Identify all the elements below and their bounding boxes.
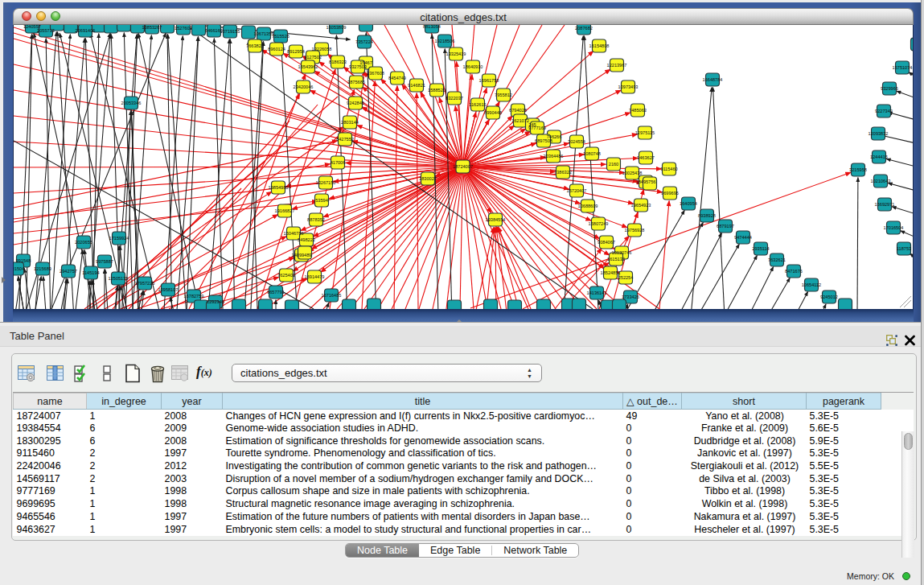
svg-text:2942757: 2942757	[60, 269, 77, 274]
svg-text:8960124: 8960124	[268, 47, 285, 51]
svg-text:19654923: 19654923	[631, 203, 651, 208]
svg-text:1733426: 1733426	[622, 295, 639, 299]
svg-text:10025438: 10025438	[622, 171, 643, 175]
svg-text:9975887: 9975887	[96, 259, 113, 264]
svg-text:3215958: 3215958	[849, 167, 867, 172]
svg-text:7357224: 7357224	[355, 39, 373, 44]
svg-text:9474444: 9474444	[734, 235, 752, 240]
svg-text:2367608: 2367608	[367, 71, 384, 76]
svg-text:8427552: 8427552	[336, 137, 354, 142]
svg-text:7955812: 7955812	[495, 93, 512, 97]
svg-text:8186323: 8186323	[329, 60, 347, 64]
svg-text:8990448: 8990448	[484, 110, 502, 115]
svg-text:18495756: 18495756	[636, 179, 656, 184]
svg-text:252254: 252254	[618, 275, 634, 280]
svg-text:8813054: 8813054	[423, 25, 441, 29]
svg-text:16914479: 16914479	[305, 274, 325, 279]
svg-text:831504: 831504	[14, 266, 24, 271]
svg-text:12505135: 12505135	[109, 276, 129, 281]
svg-text:17159924: 17159924	[109, 236, 129, 241]
svg-text:9329966: 9329966	[881, 86, 898, 91]
svg-text:15720407: 15720407	[567, 188, 587, 193]
svg-text:1640954: 1640954	[680, 201, 697, 206]
svg-text:19218506: 19218506	[435, 39, 455, 43]
svg-text:10853267: 10853267	[142, 25, 162, 30]
svg-text:1162615: 1162615	[469, 102, 486, 107]
svg-text:7625402: 7625402	[277, 273, 295, 278]
svg-text:19854985: 19854985	[269, 185, 289, 190]
svg-text:10210643: 10210643	[871, 179, 891, 183]
svg-text:12975115: 12975115	[635, 130, 655, 135]
svg-text:1145194: 1145194	[82, 270, 99, 275]
svg-text:2087682: 2087682	[575, 26, 593, 31]
svg-text:15692971: 15692971	[875, 202, 895, 207]
svg-text:10120746: 10120746	[612, 250, 632, 255]
svg-text:8938928: 8938928	[698, 213, 716, 218]
svg-text:17016504: 17016504	[884, 225, 904, 230]
svg-text:7663822: 7663822	[246, 43, 264, 48]
svg-text:2055713: 2055713	[37, 28, 55, 33]
svg-text:10973493: 10973493	[618, 84, 639, 89]
svg-text:15751074: 15751074	[893, 65, 913, 70]
svg-text:16154808: 16154808	[589, 43, 610, 48]
svg-text:12093832: 12093832	[869, 131, 889, 136]
svg-text:2803144: 2803144	[341, 120, 359, 125]
svg-text:18724007: 18724007	[453, 164, 473, 169]
svg-text:19384554: 19384554	[486, 217, 506, 222]
svg-text:8454749: 8454749	[388, 76, 406, 80]
svg-text:9777169: 9777169	[528, 126, 546, 130]
svg-text:7515526: 7515526	[272, 34, 290, 39]
svg-text:1080748: 1080748	[583, 151, 601, 156]
svg-text:7485063: 7485063	[629, 108, 647, 113]
svg-text:23420046: 23420046	[294, 84, 314, 89]
svg-text:9463627: 9463627	[637, 155, 655, 160]
svg-text:9084067: 9084067	[598, 240, 615, 245]
svg-text:2935114: 2935114	[752, 246, 769, 251]
svg-text:17957225: 17957225	[135, 281, 155, 286]
svg-text:9245012: 9245012	[820, 295, 838, 299]
svg-text:15716485: 15716485	[322, 293, 342, 298]
svg-text:6794028: 6794028	[509, 108, 527, 113]
svg-text:9127502: 9127502	[304, 55, 322, 60]
svg-text:9115460: 9115460	[660, 167, 677, 171]
svg-text:8322037: 8322037	[446, 96, 463, 101]
svg-text:2160: 2160	[609, 162, 618, 167]
svg-text:9227342: 9227342	[875, 109, 893, 113]
svg-text:16961758: 16961758	[479, 78, 499, 83]
svg-text:118753: 118753	[897, 246, 911, 251]
svg-text:9146821: 9146821	[408, 83, 425, 88]
svg-text:15046786: 15046786	[284, 231, 304, 236]
svg-text:1215689: 1215689	[34, 266, 51, 271]
svg-text:19756928: 19756928	[625, 228, 645, 233]
svg-text:1830027: 1830027	[419, 176, 437, 181]
svg-text:8912954: 8912954	[287, 49, 305, 54]
svg-text:7386322: 7386322	[554, 170, 572, 175]
svg-text:13267150: 13267150	[316, 180, 336, 185]
svg-text:16648784: 16648784	[703, 77, 723, 82]
svg-text:7632621: 7632621	[768, 257, 786, 262]
svg-text:14136141: 14136141	[587, 290, 607, 295]
svg-text:6897508: 6897508	[535, 138, 552, 143]
svg-text:20364486: 20364486	[544, 154, 564, 159]
svg-text:20053346: 20053346	[121, 101, 142, 105]
svg-text:991548: 991548	[16, 258, 31, 263]
svg-text:1527602: 1527602	[175, 26, 192, 31]
svg-text:8471676: 8471676	[785, 269, 803, 274]
svg-text:8878352: 8878352	[307, 217, 325, 222]
svg-text:16543962: 16543962	[298, 64, 318, 69]
svg-text:19166827: 19166827	[275, 208, 295, 213]
svg-text:5498222: 5498222	[298, 237, 315, 242]
svg-text:3875685: 3875685	[347, 80, 365, 84]
svg-text:15807249: 15807249	[589, 221, 609, 226]
svg-text:3024554: 3024554	[568, 139, 585, 144]
svg-text:18640910: 18640910	[463, 64, 483, 69]
svg-text:1621072: 1621072	[511, 118, 529, 123]
svg-text:13226058: 13226058	[312, 47, 332, 51]
svg-text:12213967: 12213967	[607, 63, 627, 68]
svg-text:9657791: 9657791	[267, 290, 285, 295]
svg-text:1615132: 1615132	[607, 257, 625, 262]
svg-text:1588520: 1588520	[428, 88, 446, 93]
svg-text:1292346: 1292346	[207, 299, 224, 304]
svg-text:9242845: 9242845	[347, 101, 364, 105]
svg-text:16053809: 16053809	[326, 25, 347, 30]
